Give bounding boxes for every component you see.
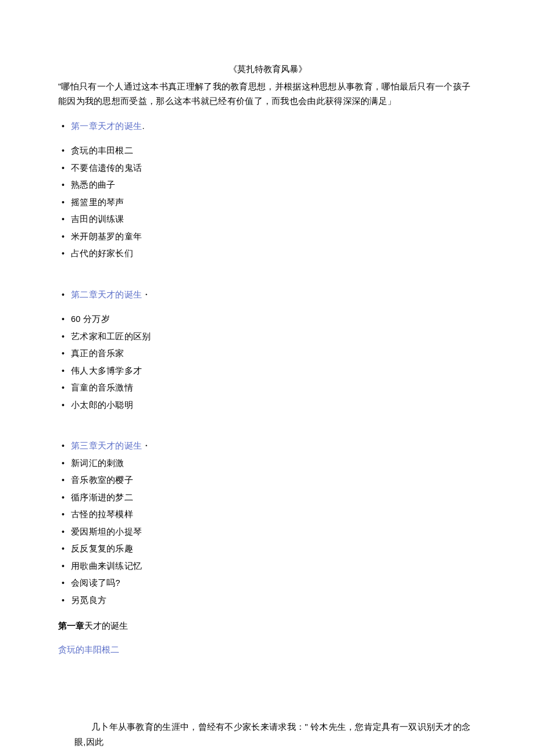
toc-item: 熟悉的曲子: [58, 181, 477, 189]
toc-item: 音乐教室的樱子: [58, 476, 477, 485]
toc-item: 摇篮里的琴声: [58, 198, 477, 207]
toc-item: 新词汇的刺激: [58, 459, 477, 468]
body-paragraph: 几卜年从事教育的生涯中，曾经有不少家长来请求我：" 铃木先生，您肯定具有一双识别…: [74, 719, 477, 750]
toc-item: 吉田的训练课: [58, 215, 477, 224]
toc-item: 占代的好家长们: [58, 249, 477, 258]
toc-item: 反反复复的乐趣: [58, 544, 477, 553]
toc-chapter-3: 第三章天才的诞生・ 新词汇的刺激 音乐教室的樱子 循序渐进的梦二 古怪的拉琴模样…: [58, 442, 477, 604]
toc-item: 60 分万岁: [58, 315, 477, 324]
section-heading: 第一章天才的诞生: [58, 621, 477, 632]
toc-item: 循序渐进的梦二: [58, 493, 477, 502]
spacer: [58, 274, 477, 291]
section-heading-rest: 天才的诞生: [84, 621, 128, 630]
chapter-1-link[interactable]: 第一章天才的诞生: [71, 121, 142, 131]
toc-item: 会阅读了吗?: [58, 579, 477, 587]
toc-chapter-2-items: 60 分万岁 艺术家和工匠的区别 真正的音乐家 伟人大多博学多才 盲童的音乐激情…: [58, 315, 477, 409]
toc-chapter-2-heading: 第二章天才的诞生・: [58, 291, 477, 299]
toc-item: 盲童的音乐激情: [58, 384, 477, 392]
toc-item: 贪玩的丰田根二: [58, 146, 477, 155]
section-sub-link[interactable]: 贪玩的丰阳根二: [58, 644, 477, 655]
section-heading-bold: 第一章: [58, 621, 84, 630]
toc-chapter-3-heading: 第三章天才的诞生・: [58, 442, 477, 450]
dot-icon: ・: [142, 441, 151, 450]
toc-item: 古怪的拉琴模样: [58, 510, 477, 519]
toc-chapter-1: 第一章天才的诞生.: [58, 122, 477, 131]
toc-item: 米开朗基罗的童年: [58, 232, 477, 241]
dot-icon: .: [142, 121, 144, 131]
dot-icon: ・: [142, 290, 151, 299]
toc-item: 另觅良方: [58, 596, 477, 605]
toc-item: 小太郎的小聪明: [58, 401, 477, 410]
spacer: [58, 425, 477, 442]
toc-item: 不要信遗传的鬼话: [58, 164, 477, 173]
chapter-3-link[interactable]: 第三章天才的诞生: [71, 441, 142, 450]
toc-chapter-1-items: 贪玩的丰田根二 不要信遗传的鬼话 熟悉的曲子 摇篮里的琴声 吉田的训练课 米开朗…: [58, 146, 477, 258]
toc-chapter-2: 第二章天才的诞生・: [58, 291, 477, 299]
document-title: 《莫扎特教育风暴》: [58, 64, 477, 75]
toc-item: 伟人大多博学多才: [58, 367, 477, 375]
chapter-2-link[interactable]: 第二章天才的诞生: [71, 290, 142, 299]
toc-item: 艺术家和工匠的区别: [58, 332, 477, 341]
toc-item: 真正的音乐家: [58, 349, 477, 358]
toc-item: 用歌曲来训练记忆: [58, 562, 477, 571]
intro-paragraph: "哪怕只有一个人通过这本书真正理解了我的教育思想，并根据这种思想从事教育，哪怕最…: [58, 80, 477, 109]
toc-chapter-1-heading: 第一章天才的诞生.: [58, 122, 477, 131]
toc-item: 爱因斯坦的小提琴: [58, 528, 477, 536]
document-page: 《莫扎特教育风暴》 "哪怕只有一个人通过这本书真正理解了我的教育思想，并根据这种…: [0, 0, 535, 756]
